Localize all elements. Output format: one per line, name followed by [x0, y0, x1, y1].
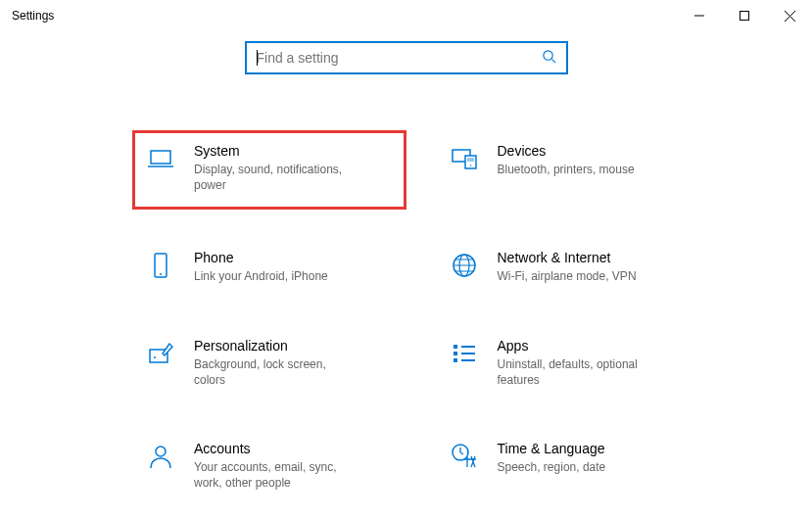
tile-time-language[interactable]: Time & Language Speech, region, date — [441, 435, 705, 496]
close-button[interactable] — [767, 0, 812, 31]
tile-title: Accounts — [194, 441, 394, 456]
tile-desc: Link your Android, iPhone — [194, 268, 360, 284]
devices-icon — [449, 143, 480, 174]
tile-title: Time & Language — [498, 441, 697, 456]
search-icon — [542, 49, 556, 67]
tile-desc: Display, sound, notifications, power — [194, 162, 360, 193]
tile-phone[interactable]: Phone Link your Android, iPhone — [137, 244, 402, 290]
window-controls — [677, 0, 812, 31]
tile-desc: Wi-Fi, airplane mode, VPN — [498, 268, 664, 284]
laptop-icon — [145, 143, 176, 174]
svg-point-15 — [156, 447, 166, 456]
tile-accounts[interactable]: Accounts Your accounts, email, sync, wor… — [137, 435, 402, 496]
time-language-icon — [449, 441, 480, 472]
svg-rect-13 — [454, 352, 457, 355]
svg-point-1 — [543, 51, 551, 60]
titlebar: Settings — [0, 0, 812, 31]
tile-desc: Background, lock screen, colors — [194, 356, 360, 388]
tile-apps[interactable]: Apps Uninstall, defaults, optional featu… — [441, 332, 705, 394]
svg-point-5 — [469, 165, 471, 166]
svg-rect-4 — [465, 156, 476, 168]
apps-list-icon — [449, 338, 480, 369]
tile-title: Devices — [498, 143, 697, 159]
window-title: Settings — [12, 9, 54, 23]
tile-desc: Uninstall, defaults, optional features — [498, 356, 664, 388]
tile-desc: Bluetooth, printers, mouse — [498, 162, 664, 177]
tile-network[interactable]: Network & Internet Wi-Fi, airplane mode,… — [441, 244, 705, 290]
svg-point-7 — [160, 273, 162, 275]
tile-system[interactable]: System Display, sound, notifications, po… — [135, 133, 404, 207]
tile-desc: Speech, region, date — [498, 459, 664, 475]
tile-title: Network & Internet — [498, 250, 697, 265]
tile-title: Personalization — [194, 338, 394, 354]
tile-title: Apps — [498, 338, 697, 354]
maximize-button[interactable] — [722, 0, 767, 31]
paintbrush-icon — [145, 338, 176, 369]
search-container — [0, 31, 812, 98]
text-caret — [257, 50, 258, 66]
svg-point-11 — [154, 356, 156, 358]
globe-icon — [449, 250, 480, 281]
svg-rect-0 — [740, 12, 749, 21]
person-icon — [145, 441, 176, 472]
svg-rect-2 — [151, 151, 170, 164]
svg-rect-14 — [454, 358, 457, 362]
tile-devices[interactable]: Devices Bluetooth, printers, mouse — [441, 137, 705, 203]
tile-personalization[interactable]: Personalization Background, lock screen,… — [137, 332, 402, 394]
settings-grid: System Display, sound, notifications, po… — [0, 98, 812, 496]
phone-icon — [145, 250, 176, 281]
tile-desc: Your accounts, email, sync, work, other … — [194, 459, 360, 491]
minimize-button[interactable] — [677, 0, 722, 31]
tile-title: System — [194, 143, 394, 159]
search-box[interactable] — [245, 41, 568, 74]
tile-title: Phone — [194, 250, 394, 265]
svg-rect-12 — [454, 345, 457, 349]
search-input[interactable] — [257, 50, 542, 66]
